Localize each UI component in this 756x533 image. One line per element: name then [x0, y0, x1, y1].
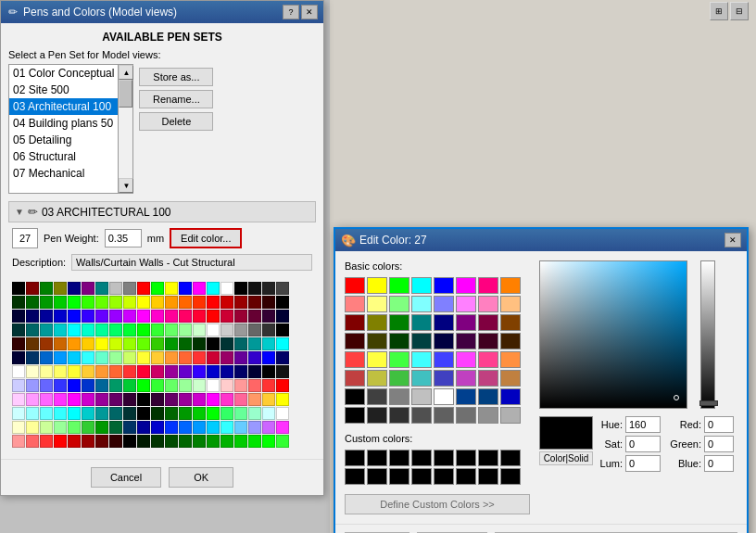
- color-cell-7-19[interactable]: [276, 379, 289, 392]
- basic-color-1-3[interactable]: [411, 296, 432, 312]
- color-cell-6-16[interactable]: [234, 365, 247, 378]
- scroll-thumb[interactable]: [119, 80, 132, 108]
- color-cell-0-9[interactable]: [137, 282, 150, 295]
- color-cell-11-17[interactable]: [248, 435, 261, 448]
- custom-color-0-7[interactable]: [500, 450, 521, 466]
- basic-color-1-2[interactable]: [389, 296, 410, 312]
- color-cell-1-12[interactable]: [179, 296, 192, 309]
- color-cell-4-7[interactable]: [109, 337, 122, 350]
- color-cell-2-6[interactable]: [95, 310, 108, 323]
- basic-color-0-3[interactable]: [411, 277, 432, 294]
- basic-color-0-0[interactable]: [345, 277, 365, 294]
- color-cell-10-15[interactable]: [220, 421, 233, 434]
- color-cell-1-10[interactable]: [151, 296, 164, 309]
- color-cell-9-13[interactable]: [193, 407, 206, 420]
- color-cell-11-18[interactable]: [262, 435, 275, 448]
- color-cell-7-8[interactable]: [123, 379, 136, 392]
- color-cell-9-8[interactable]: [123, 407, 136, 420]
- basic-color-0-2[interactable]: [389, 277, 410, 294]
- basic-color-6-0[interactable]: [345, 388, 365, 405]
- color-cell-3-4[interactable]: [68, 324, 81, 336]
- basic-color-7-3[interactable]: [411, 407, 432, 424]
- color-cell-2-13[interactable]: [193, 310, 206, 323]
- color-cell-9-16[interactable]: [234, 407, 247, 420]
- color-cell-7-4[interactable]: [68, 379, 81, 392]
- basic-color-6-7[interactable]: [500, 388, 521, 405]
- color-cell-4-16[interactable]: [234, 337, 247, 350]
- basic-color-4-2[interactable]: [389, 351, 410, 368]
- color-cell-10-11[interactable]: [165, 421, 178, 434]
- color-cell-1-0[interactable]: [12, 296, 25, 309]
- color-cell-9-19[interactable]: [276, 407, 289, 420]
- basic-color-0-6[interactable]: [478, 277, 498, 294]
- color-cell-5-11[interactable]: [165, 351, 178, 364]
- color-cell-0-18[interactable]: [262, 282, 275, 295]
- color-cell-0-13[interactable]: [193, 282, 206, 295]
- color-cell-1-6[interactable]: [95, 296, 108, 309]
- color-cell-5-10[interactable]: [151, 351, 164, 364]
- color-cell-0-11[interactable]: [165, 282, 178, 295]
- edit-color-button[interactable]: Edit color...: [170, 228, 242, 248]
- color-cell-6-11[interactable]: [165, 365, 178, 378]
- color-cell-2-12[interactable]: [179, 310, 192, 323]
- basic-color-6-2[interactable]: [389, 388, 410, 405]
- color-cell-0-14[interactable]: [207, 282, 220, 295]
- custom-color-0-4[interactable]: [434, 450, 454, 466]
- basic-color-4-6[interactable]: [478, 351, 498, 368]
- color-cell-1-18[interactable]: [262, 296, 275, 309]
- basic-color-4-7[interactable]: [500, 351, 521, 368]
- color-cell-4-19[interactable]: [276, 337, 289, 350]
- color-cell-11-11[interactable]: [165, 435, 178, 448]
- color-cell-1-7[interactable]: [109, 296, 122, 309]
- custom-color-0-3[interactable]: [411, 450, 432, 466]
- close-button[interactable]: ✕: [301, 5, 318, 19]
- color-cell-4-8[interactable]: [123, 337, 136, 350]
- color-spectrum[interactable]: [539, 260, 687, 409]
- red-input[interactable]: [704, 416, 734, 433]
- color-cell-2-3[interactable]: [54, 310, 67, 323]
- color-cell-6-3[interactable]: [54, 365, 67, 378]
- color-cell-6-8[interactable]: [123, 365, 136, 378]
- basic-color-1-1[interactable]: [367, 296, 387, 312]
- cancel-button[interactable]: Cancel: [91, 467, 161, 488]
- custom-color-1-1[interactable]: [367, 468, 387, 485]
- color-cell-4-10[interactable]: [151, 337, 164, 350]
- color-cell-9-6[interactable]: [95, 407, 108, 420]
- color-cell-0-10[interactable]: [151, 282, 164, 295]
- brightness-bar[interactable]: [700, 260, 715, 409]
- basic-color-4-3[interactable]: [411, 351, 432, 368]
- custom-color-0-1[interactable]: [367, 450, 387, 466]
- basic-color-2-1[interactable]: [367, 314, 387, 331]
- basic-color-5-7[interactable]: [500, 370, 521, 387]
- basic-color-5-4[interactable]: [434, 370, 454, 387]
- color-cell-7-12[interactable]: [179, 379, 192, 392]
- color-cell-0-3[interactable]: [54, 282, 67, 295]
- color-cell-3-0[interactable]: [12, 324, 25, 336]
- pen-set-item-06[interactable]: 06 Structural: [9, 148, 118, 165]
- custom-color-1-6[interactable]: [478, 468, 498, 485]
- color-cell-5-14[interactable]: [207, 351, 220, 364]
- color-cell-5-0[interactable]: [12, 351, 25, 364]
- scroll-down-arrow[interactable]: ▼: [119, 178, 133, 193]
- basic-color-1-7[interactable]: [500, 296, 521, 312]
- color-cell-8-17[interactable]: [248, 393, 261, 406]
- color-cell-9-18[interactable]: [262, 407, 275, 420]
- color-cell-10-5[interactable]: [82, 421, 94, 434]
- color-cell-9-12[interactable]: [179, 407, 192, 420]
- color-cell-10-1[interactable]: [26, 421, 39, 434]
- basic-color-7-5[interactable]: [456, 407, 476, 424]
- color-cell-2-18[interactable]: [262, 310, 275, 323]
- color-cell-5-17[interactable]: [248, 351, 261, 364]
- color-cell-1-3[interactable]: [54, 296, 67, 309]
- color-cell-11-15[interactable]: [220, 435, 233, 448]
- basic-color-7-7[interactable]: [500, 407, 521, 424]
- basic-color-3-0[interactable]: [345, 333, 365, 349]
- color-cell-9-11[interactable]: [165, 407, 178, 420]
- basic-color-7-4[interactable]: [434, 407, 454, 424]
- pen-set-item-01[interactable]: 01 Color Conceptual: [9, 65, 118, 82]
- basic-color-5-1[interactable]: [367, 370, 387, 387]
- color-cell-10-7[interactable]: [109, 421, 122, 434]
- color-cell-10-2[interactable]: [40, 421, 53, 434]
- color-cell-7-9[interactable]: [137, 379, 150, 392]
- color-cell-6-13[interactable]: [193, 365, 206, 378]
